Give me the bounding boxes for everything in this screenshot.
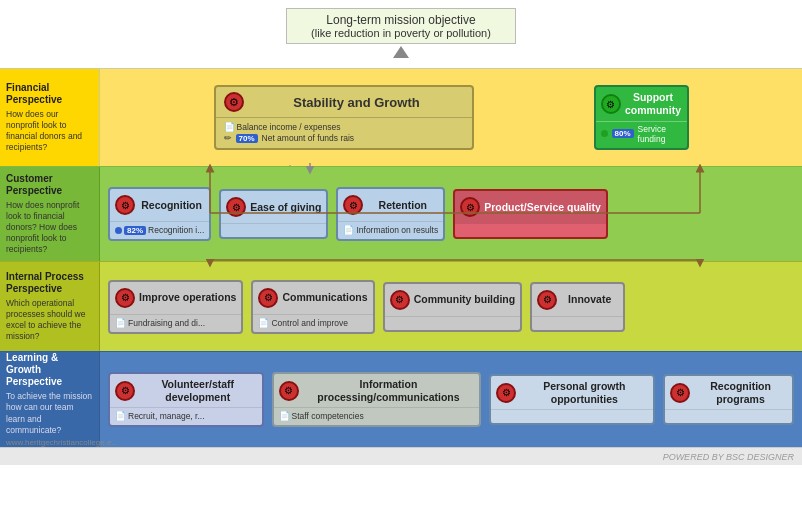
bottom-bar: POWERED BY BSC DESIGNER [0, 447, 802, 465]
financial-question: How does our nonprofit look to financial… [6, 109, 93, 153]
internal-title: Internal Process Perspective [6, 271, 93, 295]
recognition-programs-card[interactable]: ⚙ Recognition programs [663, 374, 794, 425]
support-badge: 80% [612, 129, 634, 138]
doc-icon-ret: 📄 [343, 225, 354, 235]
learning-perspective-label: Learning & Growth Perspective To achieve… [0, 352, 100, 447]
customer-title: Customer Perspective [6, 173, 93, 197]
retention-gear: ⚙ [343, 195, 363, 215]
stability-badge: 70% [236, 134, 258, 143]
support-metric: 80% Service funding [601, 124, 682, 144]
quality-gear: ⚙ [460, 197, 480, 217]
growth-gear: ⚙ [496, 383, 516, 403]
recognition-title: Recognition [139, 199, 204, 212]
objective-area: Long-term mission objective (like reduct… [0, 0, 802, 68]
internal-perspective-label: Internal Process Perspective Which opera… [0, 262, 100, 351]
improve-title: Improve operations [139, 291, 236, 304]
improve-ops-card[interactable]: ⚙ Improve operations 📄 Fundraising and d… [108, 280, 243, 334]
customer-perspective-label: Customer Perspective How does nonprofit … [0, 167, 100, 261]
stability-title: Stability and Growth [250, 95, 464, 110]
retention-metric: 📄 Information on results [343, 225, 438, 235]
improve-gear: ⚙ [115, 288, 135, 308]
customer-cards: ⚙ Recognition 82% Recognition i... ⚙ Eas… [100, 167, 802, 261]
recognition-badge: 82% [124, 226, 146, 235]
volunteer-card[interactable]: ⚙ Volunteer/staff development 📄 Recruit,… [108, 372, 264, 427]
doc-icon-1: 📄 [224, 122, 235, 132]
innovate-title: Innovate [561, 293, 618, 306]
stability-gear: ⚙ [224, 92, 244, 112]
objective-arrow [393, 46, 409, 60]
recprog-gear: ⚙ [670, 383, 690, 403]
recognition-card[interactable]: ⚙ Recognition 82% Recognition i... [108, 187, 211, 241]
financial-row: Financial Perspective How does our nonpr… [0, 68, 802, 166]
customer-question: How does nonprofit look to financial don… [6, 200, 93, 255]
doc-icon-info: 📄 [279, 411, 290, 421]
internal-cards: ⚙ Improve operations 📄 Fundraising and d… [100, 262, 802, 351]
learning-title: Learning & Growth Perspective [6, 352, 93, 388]
doc-icon-vol: 📄 [115, 411, 126, 421]
customer-row: Customer Perspective How does nonprofit … [0, 166, 802, 261]
stability-metric-2: ✏ 70% Net amount of funds raised [224, 133, 354, 143]
retention-card[interactable]: ⚙ Retention 📄 Information on results [336, 187, 445, 241]
recognition-gear: ⚙ [115, 195, 135, 215]
support-gear: ⚙ [601, 94, 621, 114]
recprog-title: Recognition programs [694, 380, 787, 405]
comms-title: Communications [282, 291, 367, 304]
dot-green-1 [601, 130, 608, 137]
volunteer-metric: 📄 Recruit, manage, r... [115, 411, 245, 421]
watermark: POWERED BY BSC DESIGNER [663, 452, 794, 462]
internal-row: Internal Process Perspective Which opera… [0, 261, 802, 351]
quality-title: Product/Service quality [484, 201, 601, 214]
product-quality-card[interactable]: ⚙ Product/Service quality [453, 189, 608, 239]
doc-icon-com: 📄 [258, 318, 269, 328]
improve-metric: 📄 Fundraising and di... [115, 318, 236, 328]
volunteer-gear: ⚙ [115, 381, 135, 401]
financial-title: Financial Perspective [6, 82, 93, 106]
communications-card[interactable]: ⚙ Communications 📄 Control and improve [251, 280, 374, 334]
objective-title: Long-term mission objective [311, 13, 491, 27]
innovate-card[interactable]: ⚙ Innovate [530, 282, 625, 332]
dot-blue-1 [115, 227, 122, 234]
objective-box: Long-term mission objective (like reduct… [286, 8, 516, 44]
info-processing-card[interactable]: ⚙ Information processing/communications … [272, 372, 482, 427]
pencil-icon: ✏ [224, 133, 232, 143]
info-gear: ⚙ [279, 381, 299, 401]
learning-row: Learning & Growth Perspective To achieve… [0, 351, 802, 447]
learning-question: To achieve the mission how can our team … [6, 391, 93, 435]
stability-card[interactable]: ⚙ Stability and Growth 📄 Balance income … [214, 85, 474, 150]
ease-gear: ⚙ [226, 197, 246, 217]
stability-metric-1: 📄 Balance income / expenses [224, 122, 354, 132]
ease-of-giving-card[interactable]: ⚙ Ease of giving [219, 189, 328, 239]
recognition-metric: 82% Recognition i... [115, 225, 204, 235]
support-title: Support community [625, 91, 682, 116]
learning-cards: ⚙ Volunteer/staff development 📄 Recruit,… [100, 352, 802, 447]
retention-title: Retention [367, 199, 438, 212]
objective-subtitle: (like reduction in poverty or pollution) [311, 27, 491, 39]
community-building-card[interactable]: ⚙ Community building [383, 282, 523, 332]
community-gear: ⚙ [390, 290, 410, 310]
comms-metric: 📄 Control and improve [258, 318, 367, 328]
ease-title: Ease of giving [250, 201, 321, 214]
financial-perspective-label: Financial Perspective How does our nonpr… [0, 69, 100, 166]
info-title: Information processing/communications [303, 378, 475, 403]
doc-icon-imp: 📄 [115, 318, 126, 328]
internal-question: Which operational processes should we ex… [6, 298, 93, 342]
personal-growth-card[interactable]: ⚙ Personal growth opportunities [489, 374, 655, 425]
financial-cards: ⚙ Stability and Growth 📄 Balance income … [100, 69, 802, 166]
svg-marker-0 [393, 46, 409, 58]
info-metric: 📄 Staff competencies [279, 411, 409, 421]
comms-gear: ⚙ [258, 288, 278, 308]
support-card[interactable]: ⚙ Support community 80% Service funding [594, 85, 689, 149]
community-title: Community building [414, 293, 516, 306]
growth-title: Personal growth opportunities [520, 380, 648, 405]
volunteer-title: Volunteer/staff development [139, 378, 257, 403]
innovate-gear: ⚙ [537, 290, 557, 310]
